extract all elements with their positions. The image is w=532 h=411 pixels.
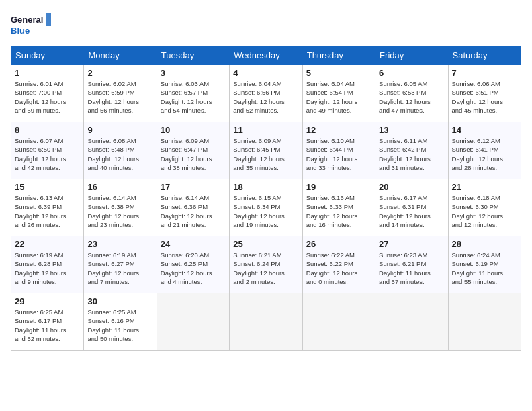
day-info: Sunrise: 6:19 AM Sunset: 6:28 PM Dayligh…	[15, 250, 80, 286]
day-number: 14	[452, 125, 517, 135]
day-number: 18	[233, 182, 298, 192]
calendar-day-cell: 20Sunrise: 6:17 AM Sunset: 6:31 PM Dayli…	[375, 179, 448, 236]
day-info: Sunrise: 6:20 AM Sunset: 6:25 PM Dayligh…	[161, 250, 226, 286]
day-info: Sunrise: 6:01 AM Sunset: 7:00 PM Dayligh…	[15, 79, 80, 115]
day-info: Sunrise: 6:02 AM Sunset: 6:59 PM Dayligh…	[87, 79, 152, 115]
calendar-day-cell: 21Sunrise: 6:18 AM Sunset: 6:30 PM Dayli…	[448, 179, 521, 236]
day-info: Sunrise: 6:23 AM Sunset: 6:21 PM Dayligh…	[379, 250, 444, 286]
logo: General Blue	[11, 11, 51, 40]
calendar-week-row: 15Sunrise: 6:13 AM Sunset: 6:39 PM Dayli…	[11, 179, 521, 236]
day-info: Sunrise: 6:03 AM Sunset: 6:57 PM Dayligh…	[161, 79, 226, 115]
svg-marker-2	[46, 13, 51, 26]
calendar-day-cell: 12Sunrise: 6:10 AM Sunset: 6:44 PM Dayli…	[302, 122, 375, 179]
calendar-day-cell: 24Sunrise: 6:20 AM Sunset: 6:25 PM Dayli…	[157, 236, 229, 293]
day-info: Sunrise: 6:09 AM Sunset: 6:47 PM Dayligh…	[161, 136, 226, 172]
calendar-day-cell: 17Sunrise: 6:14 AM Sunset: 6:36 PM Dayli…	[157, 179, 229, 236]
calendar-day-cell: 28Sunrise: 6:24 AM Sunset: 6:19 PM Dayli…	[448, 236, 521, 293]
calendar-day-cell	[230, 293, 302, 351]
calendar-day-cell: 2Sunrise: 6:02 AM Sunset: 6:59 PM Daylig…	[84, 65, 157, 122]
day-info: Sunrise: 6:16 AM Sunset: 6:33 PM Dayligh…	[306, 193, 371, 229]
day-info: Sunrise: 6:10 AM Sunset: 6:44 PM Dayligh…	[306, 136, 371, 172]
day-number: 13	[379, 125, 444, 135]
day-info: Sunrise: 6:17 AM Sunset: 6:31 PM Dayligh…	[379, 193, 444, 229]
calendar-day-cell	[448, 293, 521, 351]
day-info: Sunrise: 6:14 AM Sunset: 6:38 PM Dayligh…	[87, 193, 152, 229]
svg-text:General: General	[11, 15, 43, 25]
day-number: 7	[452, 68, 517, 78]
day-number: 12	[306, 125, 371, 135]
calendar-table: SundayMondayTuesdayWednesdayThursdayFrid…	[11, 46, 521, 351]
day-info: Sunrise: 6:13 AM Sunset: 6:39 PM Dayligh…	[15, 193, 80, 229]
calendar-day-cell: 19Sunrise: 6:16 AM Sunset: 6:33 PM Dayli…	[302, 179, 375, 236]
calendar-day-cell	[302, 293, 375, 351]
calendar-day-cell: 29Sunrise: 6:25 AM Sunset: 6:17 PM Dayli…	[11, 293, 84, 351]
day-info: Sunrise: 6:08 AM Sunset: 6:48 PM Dayligh…	[87, 136, 152, 172]
calendar-day-cell: 13Sunrise: 6:11 AM Sunset: 6:42 PM Dayli…	[375, 122, 448, 179]
calendar-day-cell: 9Sunrise: 6:08 AM Sunset: 6:48 PM Daylig…	[84, 122, 157, 179]
day-number: 22	[15, 239, 80, 249]
day-number: 30	[87, 296, 152, 306]
day-info: Sunrise: 6:07 AM Sunset: 6:50 PM Dayligh…	[15, 136, 80, 172]
calendar-day-cell: 23Sunrise: 6:19 AM Sunset: 6:27 PM Dayli…	[84, 236, 157, 293]
calendar-day-cell	[157, 293, 229, 351]
day-number: 19	[306, 182, 371, 192]
day-info: Sunrise: 6:04 AM Sunset: 6:54 PM Dayligh…	[306, 79, 371, 115]
calendar-day-cell: 1Sunrise: 6:01 AM Sunset: 7:00 PM Daylig…	[11, 65, 84, 122]
day-info: Sunrise: 6:04 AM Sunset: 6:56 PM Dayligh…	[233, 79, 298, 115]
day-info: Sunrise: 6:25 AM Sunset: 6:17 PM Dayligh…	[15, 308, 80, 343]
calendar-day-cell: 4Sunrise: 6:04 AM Sunset: 6:56 PM Daylig…	[230, 65, 302, 122]
calendar-day-cell: 14Sunrise: 6:12 AM Sunset: 6:41 PM Dayli…	[448, 122, 521, 179]
calendar-day-cell: 6Sunrise: 6:05 AM Sunset: 6:53 PM Daylig…	[375, 65, 448, 122]
page-header: General Blue	[11, 11, 521, 40]
calendar-day-cell: 25Sunrise: 6:21 AM Sunset: 6:24 PM Dayli…	[230, 236, 302, 293]
calendar-day-cell: 5Sunrise: 6:04 AM Sunset: 6:54 PM Daylig…	[302, 65, 375, 122]
calendar-week-row: 1Sunrise: 6:01 AM Sunset: 7:00 PM Daylig…	[11, 65, 521, 122]
day-number: 5	[306, 68, 371, 78]
calendar-day-cell: 15Sunrise: 6:13 AM Sunset: 6:39 PM Dayli…	[11, 179, 84, 236]
day-of-week-sunday: Sunday	[11, 46, 84, 65]
calendar-day-cell: 26Sunrise: 6:22 AM Sunset: 6:22 PM Dayli…	[302, 236, 375, 293]
day-number: 29	[15, 296, 80, 306]
day-number: 16	[87, 182, 152, 192]
day-info: Sunrise: 6:22 AM Sunset: 6:22 PM Dayligh…	[306, 250, 371, 286]
day-number: 3	[161, 68, 226, 78]
day-info: Sunrise: 6:14 AM Sunset: 6:36 PM Dayligh…	[161, 193, 226, 229]
day-info: Sunrise: 6:11 AM Sunset: 6:42 PM Dayligh…	[379, 136, 444, 172]
day-number: 4	[233, 68, 298, 78]
day-number: 28	[452, 239, 517, 249]
calendar-header-row: SundayMondayTuesdayWednesdayThursdayFrid…	[11, 46, 521, 65]
day-number: 11	[233, 125, 298, 135]
day-info: Sunrise: 6:12 AM Sunset: 6:41 PM Dayligh…	[452, 136, 517, 172]
calendar-day-cell	[375, 293, 448, 351]
day-number: 21	[452, 182, 517, 192]
calendar-day-cell: 7Sunrise: 6:06 AM Sunset: 6:51 PM Daylig…	[448, 65, 521, 122]
day-number: 20	[379, 182, 444, 192]
day-number: 15	[15, 182, 80, 192]
calendar-day-cell: 18Sunrise: 6:15 AM Sunset: 6:34 PM Dayli…	[230, 179, 302, 236]
calendar-day-cell: 27Sunrise: 6:23 AM Sunset: 6:21 PM Dayli…	[375, 236, 448, 293]
day-number: 23	[87, 239, 152, 249]
svg-text:Blue: Blue	[11, 26, 30, 36]
day-info: Sunrise: 6:25 AM Sunset: 6:16 PM Dayligh…	[87, 308, 152, 343]
calendar-week-row: 22Sunrise: 6:19 AM Sunset: 6:28 PM Dayli…	[11, 236, 521, 293]
day-number: 2	[87, 68, 152, 78]
day-number: 6	[379, 68, 444, 78]
day-number: 10	[161, 125, 226, 135]
calendar-day-cell: 16Sunrise: 6:14 AM Sunset: 6:38 PM Dayli…	[84, 179, 157, 236]
day-of-week-saturday: Saturday	[448, 46, 521, 65]
day-of-week-tuesday: Tuesday	[157, 46, 229, 65]
calendar-day-cell: 8Sunrise: 6:07 AM Sunset: 6:50 PM Daylig…	[11, 122, 84, 179]
calendar-day-cell: 11Sunrise: 6:09 AM Sunset: 6:45 PM Dayli…	[230, 122, 302, 179]
day-info: Sunrise: 6:05 AM Sunset: 6:53 PM Dayligh…	[379, 79, 444, 115]
day-number: 17	[161, 182, 226, 192]
logo-svg: General Blue	[11, 11, 51, 40]
calendar-day-cell: 3Sunrise: 6:03 AM Sunset: 6:57 PM Daylig…	[157, 65, 229, 122]
calendar-day-cell: 30Sunrise: 6:25 AM Sunset: 6:16 PM Dayli…	[84, 293, 157, 351]
day-of-week-friday: Friday	[375, 46, 448, 65]
day-of-week-monday: Monday	[84, 46, 157, 65]
day-info: Sunrise: 6:21 AM Sunset: 6:24 PM Dayligh…	[233, 250, 298, 286]
calendar-week-row: 8Sunrise: 6:07 AM Sunset: 6:50 PM Daylig…	[11, 122, 521, 179]
day-info: Sunrise: 6:15 AM Sunset: 6:34 PM Dayligh…	[233, 193, 298, 229]
day-of-week-wednesday: Wednesday	[230, 46, 302, 65]
day-info: Sunrise: 6:24 AM Sunset: 6:19 PM Dayligh…	[452, 250, 517, 286]
